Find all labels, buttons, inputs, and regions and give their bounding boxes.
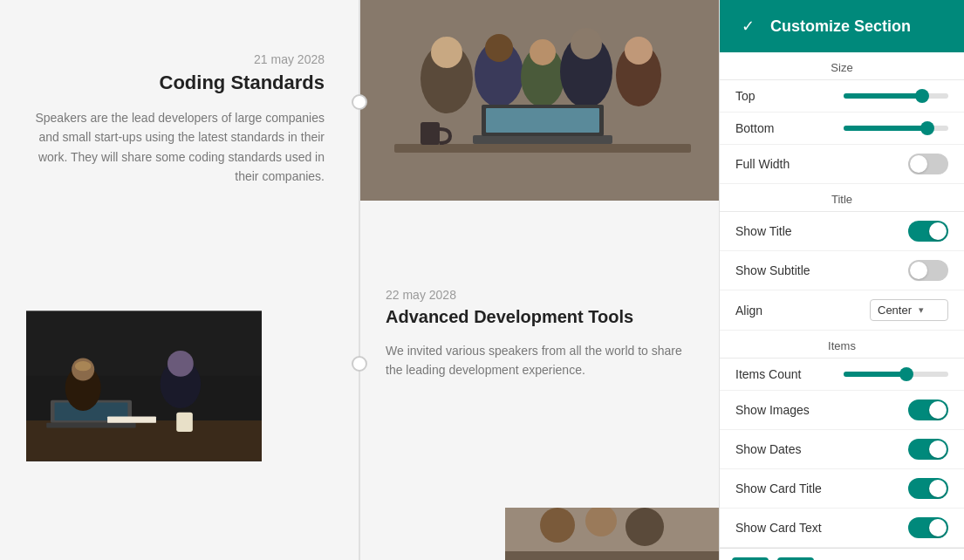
item1-desc: Speakers are the lead developers of larg…	[17, 108, 325, 187]
show-subtitle-label: Show Subtitle	[735, 263, 810, 277]
timeline-dot-2	[352, 356, 367, 372]
top-label: Top	[735, 89, 755, 103]
show-title-label: Show Title	[735, 224, 792, 238]
title-section-label: Title	[720, 184, 964, 212]
show-dates-label: Show Dates	[735, 442, 801, 456]
svg-point-27	[168, 351, 194, 377]
item1-image-col	[359, 0, 719, 262]
show-title-row: Show Title	[720, 212, 964, 251]
items-count-label: Items Count	[735, 367, 801, 381]
svg-point-32	[540, 508, 575, 543]
svg-rect-16	[420, 122, 440, 145]
item1-title: Coding Standards	[17, 72, 325, 94]
item2-desc: We invited various speakers from all the…	[386, 341, 701, 380]
align-select[interactable]: Center ▾	[870, 299, 948, 321]
check-icon: ✓	[737, 16, 758, 37]
svg-rect-15	[394, 144, 691, 153]
svg-point-34	[626, 508, 664, 546]
full-width-toggle[interactable]	[908, 154, 948, 174]
svg-rect-35	[505, 551, 719, 560]
full-width-row: Full Width	[720, 145, 964, 184]
show-title-toggle[interactable]	[908, 221, 948, 242]
svg-point-9	[571, 28, 602, 59]
bottom-label: Bottom	[735, 121, 774, 135]
svg-rect-29	[107, 416, 156, 422]
svg-rect-14	[486, 108, 599, 133]
item2-image-col	[0, 262, 359, 560]
svg-point-3	[431, 37, 462, 68]
bottom-row: Bottom	[720, 113, 964, 145]
show-images-toggle[interactable]	[908, 400, 948, 420]
item1-date: 21 may 2028	[17, 52, 325, 66]
items-section-label: Items	[720, 331, 964, 359]
show-card-text-label: Show Card Text	[735, 521, 822, 535]
show-card-title-toggle[interactable]	[908, 478, 948, 499]
svg-rect-23	[46, 423, 135, 428]
items-count-slider[interactable]	[844, 372, 948, 377]
sidebar-title: Customize Section	[770, 17, 911, 36]
item1-text-col: 21 may 2028 Coding Standards Speakers ar…	[0, 0, 359, 262]
show-dates-row: Show Dates	[720, 430, 964, 469]
svg-point-30	[75, 361, 92, 371]
svg-point-7	[530, 39, 556, 65]
svg-rect-28	[176, 413, 193, 432]
align-row: Align Center ▾	[720, 290, 964, 331]
svg-rect-12	[473, 135, 612, 144]
content-area: 21 may 2028 Coding Standards Speakers ar…	[0, 0, 719, 560]
item2-title: Advanced Development Tools	[386, 307, 701, 327]
show-card-title-row: Show Card Title	[720, 469, 964, 509]
timeline-dot-1	[352, 94, 367, 110]
item3-partial-image	[505, 508, 719, 560]
sidebar-header: ✓ Customize Section	[720, 0, 964, 52]
show-card-title-label: Show Card Title	[735, 481, 822, 495]
svg-point-5	[485, 34, 513, 62]
align-value: Center	[878, 304, 912, 317]
full-width-label: Full Width	[735, 157, 790, 171]
size-section-label: Size	[720, 52, 964, 80]
show-dates-toggle[interactable]	[908, 439, 948, 460]
align-label: Align	[735, 304, 762, 318]
show-subtitle-row: Show Subtitle	[720, 251, 964, 290]
show-images-label: Show Images	[735, 403, 810, 417]
items-count-row: Items Count	[720, 359, 964, 391]
chevron-down-icon: ▾	[919, 304, 924, 316]
svg-point-11	[625, 37, 653, 65]
sidebar-panel: ✓ Customize Section Size Top Bottom Full…	[719, 0, 964, 560]
bottom-slider[interactable]	[844, 126, 948, 131]
show-card-text-row: Show Card Text	[720, 509, 964, 548]
top-row: Top	[720, 80, 964, 113]
top-slider[interactable]	[844, 93, 948, 99]
item2-date: 22 may 2028	[386, 288, 701, 302]
show-images-row: Show Images	[720, 391, 964, 430]
show-card-text-toggle[interactable]	[908, 517, 948, 538]
show-subtitle-toggle[interactable]	[908, 260, 948, 281]
sidebar-footer: ↑ ↓ REMOVE	[720, 548, 964, 560]
